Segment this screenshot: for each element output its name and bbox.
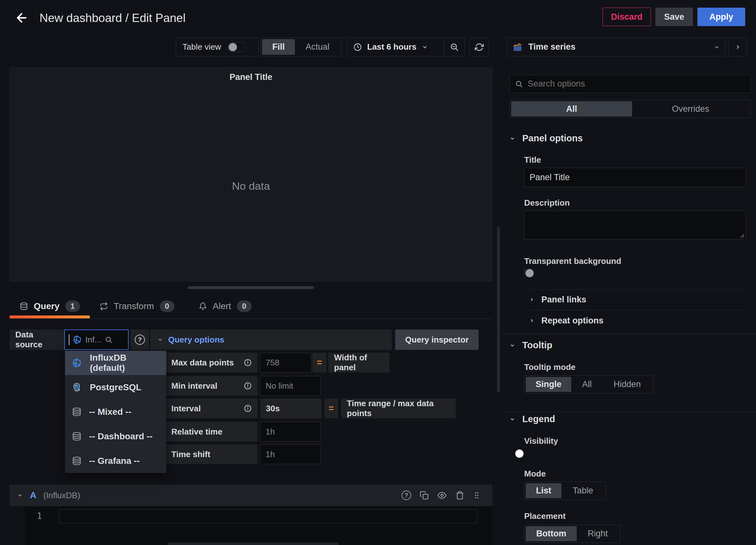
- refresh-button[interactable]: [470, 38, 489, 56]
- query-options-collapse[interactable]: Query options: [150, 329, 392, 350]
- table-view-control: Table view: [176, 38, 259, 56]
- trash-icon: [455, 491, 464, 500]
- panel-title: Panel Title: [10, 68, 492, 82]
- horizontal-scrollbar[interactable]: [188, 286, 314, 289]
- tooltip-mode-all[interactable]: All: [571, 377, 603, 392]
- fill-option[interactable]: Fill: [262, 39, 295, 55]
- tooltip-section-header[interactable]: Tooltip: [510, 340, 552, 350]
- query-inspector-button[interactable]: Query inspector: [395, 329, 479, 350]
- dropdown-option-mixed[interactable]: -- Mixed --: [65, 399, 166, 424]
- text-caret: [69, 334, 69, 345]
- tab-alert-label: Alert: [213, 301, 231, 311]
- query-options-label: Query options: [168, 335, 224, 345]
- resize-handle-icon[interactable]: [739, 233, 744, 238]
- vertical-scrollbar[interactable]: [497, 227, 500, 392]
- duplicate-query-button[interactable]: [415, 491, 433, 500]
- database-icon: [72, 432, 82, 441]
- transparent-background-toggle[interactable]: [524, 268, 525, 274]
- time-shift-input[interactable]: [260, 444, 321, 464]
- tab-query[interactable]: Query 1: [20, 296, 80, 316]
- zoom-out-button[interactable]: [444, 42, 465, 52]
- dropdown-option-dashboard[interactable]: -- Dashboard --: [65, 424, 166, 448]
- tab-all[interactable]: All: [511, 101, 632, 117]
- dropdown-option-label: -- Grafana --: [89, 456, 140, 466]
- grip-icon: [473, 491, 481, 499]
- dropdown-option-grafana[interactable]: -- Grafana --: [65, 448, 166, 473]
- database-icon: [72, 407, 82, 417]
- data-source-picker[interactable]: Inf...: [64, 329, 129, 350]
- info-icon[interactable]: [244, 358, 252, 367]
- help-icon: ?: [402, 491, 411, 500]
- tab-alert[interactable]: Alert 0: [199, 296, 252, 316]
- chevron-right-icon: [529, 318, 534, 323]
- dropdown-option-label: -- Dashboard --: [89, 431, 153, 441]
- panel-preview: Panel Title No data: [10, 68, 492, 281]
- actual-option[interactable]: Actual: [295, 39, 340, 55]
- description-field-label: Description: [524, 198, 570, 208]
- query-row-header[interactable]: A (InfluxDB) ?: [10, 484, 492, 506]
- query-help-button[interactable]: ?: [397, 491, 415, 500]
- relative-time-input[interactable]: [260, 422, 321, 441]
- min-interval-input[interactable]: [260, 376, 321, 396]
- discard-button[interactable]: Discard: [603, 8, 651, 26]
- table-view-toggle[interactable]: [227, 42, 246, 52]
- dropdown-option-label: -- Mixed --: [89, 407, 131, 417]
- back-button[interactable]: [13, 10, 31, 26]
- legend-placement-label: Placement: [524, 511, 566, 521]
- legend-section-header[interactable]: Legend: [510, 414, 555, 424]
- query-row-actions: ?: [397, 491, 485, 500]
- editor-scrollbar[interactable]: [168, 542, 339, 545]
- transform-count-badge: 0: [160, 300, 175, 312]
- data-source-dropdown: InfluxDB (default) PostgreSQL -- Mixed -…: [65, 351, 166, 473]
- time-range-button[interactable]: Last 6 hours: [347, 42, 444, 52]
- query-expression-input[interactable]: [59, 509, 477, 523]
- description-textarea[interactable]: [524, 211, 746, 240]
- time-series-icon: [512, 42, 523, 52]
- options-filter-tabs: All Overrides: [510, 100, 751, 118]
- hide-query-button[interactable]: [433, 491, 451, 500]
- relative-time-label: Relative time: [166, 422, 258, 441]
- search-icon: [515, 80, 523, 88]
- panel-options-section-header[interactable]: Panel options: [510, 133, 583, 144]
- save-button[interactable]: Save: [655, 8, 693, 26]
- query-datasource-name: (InfluxDB): [43, 491, 80, 500]
- max-data-points-input[interactable]: [260, 353, 311, 372]
- section-title: Panel options: [522, 133, 583, 144]
- tab-transform[interactable]: Transform 0: [100, 296, 175, 316]
- max-data-points-note: Width of panel: [328, 353, 389, 372]
- panel-title-input[interactable]: [524, 168, 746, 187]
- tooltip-mode-switch: Single All Hidden: [524, 375, 653, 393]
- tooltip-mode-single[interactable]: Single: [526, 377, 571, 392]
- refresh-icon: [475, 43, 484, 52]
- drag-handle[interactable]: [469, 491, 485, 499]
- postgresql-icon: [72, 382, 82, 392]
- apply-button[interactable]: Apply: [697, 8, 745, 26]
- dropdown-option-influxdb[interactable]: InfluxDB (default): [65, 351, 166, 375]
- legend-placement-right[interactable]: Right: [577, 526, 619, 541]
- visualization-picker[interactable]: Time series: [507, 38, 725, 56]
- influxdb-icon: [72, 358, 82, 368]
- panel-links-collapse[interactable]: Panel links: [529, 293, 586, 306]
- info-icon[interactable]: [244, 382, 252, 390]
- info-icon[interactable]: [244, 404, 252, 412]
- collapse-options-pane-button[interactable]: [729, 38, 747, 56]
- toggle-knob: [229, 43, 237, 51]
- search-options-input[interactable]: [528, 79, 745, 89]
- chevron-right-icon: [735, 44, 741, 50]
- legend-mode-list[interactable]: List: [526, 483, 561, 498]
- influxdb-icon: [73, 335, 82, 344]
- repeat-options-collapse[interactable]: Repeat options: [529, 314, 603, 327]
- tooltip-mode-hidden[interactable]: Hidden: [603, 377, 652, 392]
- dropdown-option-label: PostgreSQL: [90, 382, 141, 392]
- tab-overrides[interactable]: Overrides: [632, 101, 749, 117]
- data-source-help-button[interactable]: ?: [131, 329, 149, 350]
- tab-transform-label: Transform: [114, 301, 154, 311]
- dropdown-option-postgresql[interactable]: PostgreSQL: [65, 375, 166, 399]
- legend-mode-table[interactable]: Table: [561, 483, 604, 498]
- section-divider: [503, 333, 756, 334]
- legend-placement-bottom[interactable]: Bottom: [526, 526, 577, 541]
- options-search: [510, 75, 751, 93]
- delete-query-button[interactable]: [451, 491, 469, 500]
- repeat-options-label: Repeat options: [541, 316, 603, 326]
- legend-mode-switch: List Table: [524, 482, 606, 500]
